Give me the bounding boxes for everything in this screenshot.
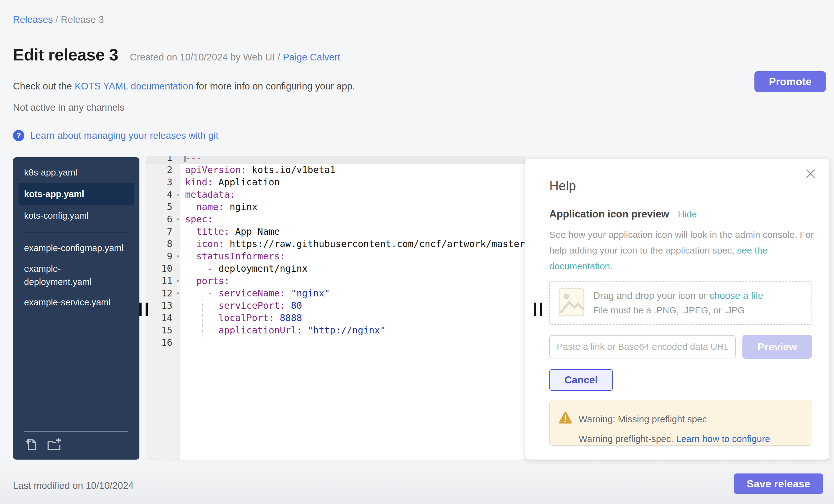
code-line[interactable]: 6▾spec: [146,213,525,225]
add-folder-button[interactable] [46,437,62,452]
line-number: 7 [146,225,180,238]
save-release-button[interactable]: Save release [734,474,823,494]
code-line[interactable]: 5 name: nginx [146,201,525,213]
code-text: name: nginx [180,201,525,213]
file-tree-item-example-deployment.yaml[interactable]: example-deployment.yaml [19,259,134,292]
git-help-row[interactable]: ? Learn about managing your releases wit… [13,130,218,141]
last-modified-text: Last modified on 10/10/2024 [13,480,134,491]
git-help-link[interactable]: Learn about managing your releases with … [30,130,218,141]
intro-pre: Check out the [13,81,75,92]
breadcrumb: Releases / Release 3 [13,14,104,25]
code-line[interactable]: 16 [146,336,525,349]
close-help-button[interactable] [804,167,817,180]
warning-detail: Warning preflight-spec. Learn how to con… [578,434,770,444]
code-token: App Name [230,226,280,237]
code-line[interactable]: 8 icon: https://raw.githubusercontent.co… [146,238,525,250]
code-token: statusInformers: [196,251,285,262]
resize-bar-icon [534,303,536,316]
code-token: - [207,263,218,274]
code-line[interactable]: 1--- [146,156,525,164]
fold-arrow-icon[interactable]: ▾ [176,275,180,287]
help-title: Help [549,179,576,193]
warning-detail-text: Warning preflight-spec. [578,434,676,444]
code-line[interactable]: 12▾ - serviceName: "nginx" [146,287,525,300]
code-token: apiVersion: [185,165,246,175]
file-tree-item-example-configmap.yaml[interactable]: example-configmap.yaml [19,238,134,259]
fold-arrow-icon[interactable]: ▾ [176,189,180,201]
icon-url-input[interactable] [549,335,736,358]
line-number: 4▾ [146,189,180,201]
file-tree-item-kots-app.yaml[interactable]: kots-app.yaml [19,183,134,205]
file-tree-actions-divider [24,431,128,432]
line-number: 2 [146,164,180,176]
fold-arrow-icon[interactable]: ▾ [176,250,180,262]
code-line[interactable]: 14 localPort: 8888 [146,312,525,324]
fold-arrow-icon[interactable]: ▾ [176,287,180,300]
code-token: ports: [196,276,229,286]
code-text: ports: [180,275,525,287]
code-token [185,238,196,249]
code-token: localPort: [218,312,274,323]
code-token [185,201,196,212]
line-number: 15 [146,324,180,336]
editor-content: 1---2apiVersion: kots.io/v1beta13kind: A… [146,156,525,349]
hide-link[interactable]: Hide [678,209,697,220]
code-line[interactable]: 15 applicationUrl: "http://nginx" [146,324,525,336]
file-tree-item-kots-config.yaml[interactable]: kots-config.yaml [19,205,134,226]
code-token: serviceName: [218,288,285,299]
code-line[interactable]: 13 servicePort: 80 [146,300,525,312]
preflight-warning: Warning: Missing preflight spec Warning … [549,400,812,446]
add-file-button[interactable] [24,437,38,452]
code-line[interactable]: 2apiVersion: kots.io/v1beta1 [146,164,525,176]
code-token: kots.io/v1beta1 [246,165,335,175]
dropzone-filetypes: File must be a .PNG, .JPEG, or .JPG [593,305,763,315]
code-line[interactable]: 4▾metadata: [146,189,525,201]
footer-bar: Last modified on 10/10/2024 Save release [0,460,834,504]
author-link[interactable]: Paige Calvert [283,52,340,63]
warning-message: Warning: Missing preflight spec [578,414,707,424]
code-line[interactable]: 7 title: App Name [146,225,525,238]
yaml-editor[interactable]: 1---2apiVersion: kots.io/v1beta13kind: A… [146,156,525,460]
code-token: Application [213,177,280,188]
code-line[interactable]: 3kind: Application [146,176,525,189]
line-number: 10 [146,262,180,275]
breadcrumb-separator: / [53,14,61,25]
code-token: kind: [185,177,213,188]
code-token: icon: [196,238,224,249]
code-token: spec: [185,214,213,224]
question-icon: ? [13,130,24,141]
editor-help-resize-handle[interactable] [534,303,542,316]
cancel-button[interactable]: Cancel [549,369,613,391]
code-token [185,263,207,274]
line-number: 6▾ [146,213,180,225]
breadcrumb-releases-link[interactable]: Releases [13,14,53,25]
code-line[interactable]: 10 - deployment/nginx [146,262,525,275]
indent-guide [202,312,203,324]
tree-editor-resize-handle[interactable] [139,303,148,316]
file-tree-item-k8s-app.yaml[interactable]: k8s-app.yaml [19,162,134,183]
code-token: nginx [224,201,257,212]
file-tree-actions [13,431,139,460]
dropzone-instruction: Drag and drop your icon or choose a file [593,290,763,301]
code-text: --- [180,156,525,164]
code-line[interactable]: 11▾ ports: [146,275,525,287]
fold-arrow-icon[interactable]: ▾ [176,213,180,225]
code-text: statusInformers: [180,250,525,262]
file-tree-item-example-service.yaml[interactable]: example-service.yaml [19,292,134,313]
code-line[interactable]: 9▾ statusInformers: [146,250,525,262]
promote-button[interactable]: Promote [754,71,826,92]
line-number: 3 [146,176,180,189]
code-text: localPort: 8888 [180,312,525,324]
icon-dropzone[interactable]: Drag and drop your icon or choose a file… [549,281,812,325]
code-token: applicationUrl: [218,325,302,335]
line-number: 12▾ [146,287,180,300]
line-number: 14 [146,312,180,324]
choose-file-link[interactable]: choose a file [709,290,763,301]
indent-guide [202,300,203,312]
learn-configure-link[interactable]: Learn how to configure [676,434,770,444]
line-number: 5 [146,201,180,213]
code-text: apiVersion: kots.io/v1beta1 [180,164,525,176]
preview-button[interactable]: Preview [742,335,812,359]
kots-yaml-docs-link[interactable]: KOTS YAML documentation [75,81,193,92]
code-text: servicePort: 80 [180,300,525,312]
